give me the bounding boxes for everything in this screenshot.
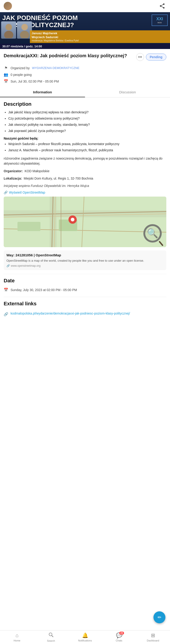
nav-chats[interactable]: 💬 23 Chats	[102, 631, 136, 643]
speaker1-photo	[1, 22, 16, 39]
map-link-label: Wyświetl OpenStreetMap	[9, 190, 45, 194]
meta-list: ⚑ Organized by WYDARZENIA DEMOKRATYCZNE …	[0, 63, 170, 86]
svg-line-23	[52, 636, 53, 637]
magnifier-icon: 🔍	[143, 224, 162, 242]
guests-bullets: Wojciech Sadurski – profesor filozofii p…	[4, 142, 166, 153]
tab-information[interactable]: Information	[0, 87, 85, 97]
initiative-text: Inicjatywę wspiera Fundusz Obywatelski i…	[4, 184, 166, 188]
guests-label: Naszymi gośćmi będą:	[4, 136, 166, 140]
svg-line-3	[161, 4, 164, 6]
nav-chats-label: Chats	[116, 639, 123, 642]
moderation-text: moderacja: Magdalena Bielska i Ewelina P…	[32, 39, 168, 42]
avatar[interactable]	[4, 2, 12, 10]
nav-notifications[interactable]: 🔔 Notifications	[68, 631, 102, 643]
notifications-icon: 🔔	[82, 632, 88, 638]
organizer-meta: ⚑ Organized by WYDARZENIA DEMOKRATYCZNE	[4, 64, 166, 71]
nav-dashboard-label: Dashboard	[147, 639, 159, 642]
bullet-4: Jak poprawić jakość życia politycznego?	[8, 128, 166, 133]
speaker-names: Janusz Majcherek Wojciech Sadurski	[32, 32, 168, 39]
bullet-2: Czy potrzebujemy odświeżenia sceny polit…	[8, 116, 166, 121]
fab-edit-button[interactable]: ✏	[154, 611, 166, 623]
organizer-label: Organized by	[10, 66, 30, 70]
content-area: Description Jak jakość klasy politycznej…	[0, 98, 170, 341]
nav-search[interactable]: Search	[34, 631, 68, 644]
event-title: DemokracjaXXI: Jak podnieść poziom klasy…	[4, 53, 134, 59]
external-links-heading: External links	[4, 301, 166, 307]
date-value-row: 📅 Sunday, July 30, 2023 at 02:00 PM - 05…	[4, 286, 166, 293]
hero-date-bar: 30.07 niedziela / godz. 14:00	[0, 44, 170, 49]
svg-rect-10	[4, 210, 166, 217]
bullet-1: Jak jakość klasy politycznej wpływa na s…	[8, 110, 166, 115]
calendar-icon: 📅	[4, 79, 8, 84]
date-calendar-icon: 📅	[4, 288, 8, 292]
osm-title: Way: 241281056 | OpenStreetMap	[6, 253, 164, 257]
osm-block: Way: 241281056 | OpenStreetMap OpenStree…	[4, 250, 166, 270]
external-link-1-label: kodmalopolska.pl/wydarzenie/demokracjaxx…	[10, 311, 130, 316]
location-info: Lokalizacja: Miejski Dom Kultury, ul. Re…	[4, 176, 166, 181]
nav-home[interactable]: ⌂ Home	[0, 631, 34, 643]
extra-text: różnorodne zagadnienia związane z nowocz…	[4, 156, 166, 166]
tab-discussion[interactable]: Discussion	[85, 87, 170, 97]
share-button[interactable]	[158, 2, 166, 10]
svg-point-6	[4, 31, 13, 38]
top-navigation	[0, 0, 170, 12]
more-options-button[interactable]: •••	[136, 53, 144, 61]
svg-point-5	[5, 24, 12, 30]
attendees-meta: 👥 0 people going	[4, 71, 166, 78]
bullet-3: Jak otworzyć politykę na nowe osoby, sta…	[8, 122, 166, 127]
event-datetime: Sun, Jul 30, 02:00 PM - 05:00 PM	[10, 80, 59, 83]
external-links-section: External links 🔗 kodmalopolska.pl/wydarz…	[4, 297, 166, 319]
edit-icon: ✏	[158, 614, 162, 620]
svg-line-4	[161, 6, 164, 8]
external-link-icon: 🔗	[4, 312, 8, 317]
hero-logo: XXI MOD	[152, 14, 168, 26]
attendees-count: 0 people going	[10, 73, 32, 76]
pending-button[interactable]: Pending	[146, 54, 166, 60]
svg-point-8	[20, 31, 29, 38]
svg-point-21	[71, 218, 74, 222]
search-icon	[48, 632, 53, 639]
organizer-link[interactable]: WYDARZENIA DEMOKRATYCZNE	[32, 66, 79, 70]
nav-notifications-label: Notifications	[78, 639, 92, 642]
date-section: Date 📅 Sunday, July 30, 2023 at 02:00 PM…	[4, 274, 166, 293]
hero-banner: JAK PODNIEŚĆ POZIOM KLASY POLITYCZNEJ? X…	[0, 12, 170, 49]
description-bullets: Jak jakość klasy politycznej wpływa na s…	[4, 110, 166, 133]
nav-search-label: Search	[47, 640, 55, 642]
osm-url: 🔗 www.openstreetmap.org	[6, 264, 164, 268]
bottom-navigation: ⌂ Home Search 🔔 Notifications 💬 23 Chats…	[0, 630, 170, 644]
datetime-meta: 📅 Sun, Jul 30, 02:00 PM - 05:00 PM	[4, 78, 166, 84]
link-icon: 🔗	[4, 190, 7, 194]
nav-home-label: Home	[13, 639, 20, 642]
organizer-info-label: Organizator:	[4, 169, 23, 173]
map-preview: 🔍	[4, 196, 166, 247]
organizer-icon: ⚑	[4, 66, 8, 70]
guest-1: Wojciech Sadurski – profesor filozofii p…	[8, 142, 166, 146]
external-link-1[interactable]: 🔗 kodmalopolska.pl/wydarzenie/demokracja…	[4, 310, 166, 319]
description-heading: Description	[4, 101, 166, 107]
organizer-info-value: KOD Małopolskie	[24, 169, 49, 173]
map-inner: 🔍	[4, 196, 166, 247]
svg-rect-19	[17, 222, 40, 231]
dashboard-icon: ⊞	[151, 632, 155, 638]
home-icon: ⌂	[15, 632, 18, 638]
nav-dashboard[interactable]: ⊞ Dashboard	[136, 631, 170, 643]
guest-2: Janusz A. Maicherek – profesor nauk huma…	[8, 148, 166, 153]
osm-desc: OpenStreetMap is a map of the world, cre…	[6, 258, 164, 263]
svg-point-7	[21, 24, 28, 30]
map-link[interactable]: 🔗 Wyświetl OpenStreetMap	[4, 190, 166, 194]
location-info-value: Miejski Dom Kultury, ul. Regis 1, 32-700…	[24, 176, 93, 180]
link-small-icon: 🔗	[6, 264, 10, 268]
tabs-bar: Information Discussion	[0, 87, 170, 98]
organizer-info: Organizator: KOD Małopolskie	[4, 168, 166, 174]
event-actions: ••• Pending	[136, 53, 166, 61]
date-value: Sunday, July 30, 2023 at 02:00 PM - 05:0…	[10, 288, 77, 292]
location-info-label: Lokalizacja:	[4, 176, 22, 180]
date-heading: Date	[4, 278, 166, 284]
chats-badge: 23	[119, 632, 124, 634]
event-header: DemokracjaXXI: Jak podnieść poziom klasy…	[0, 49, 170, 63]
attendees-icon: 👥	[4, 72, 8, 77]
